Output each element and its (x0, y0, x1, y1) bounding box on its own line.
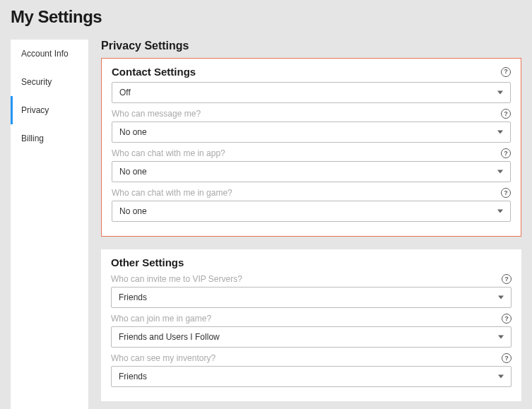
main-content: Privacy Settings Contact Settings Off Wh… (101, 40, 521, 409)
sidebar-item-billing[interactable]: Billing (11, 124, 88, 153)
main-title: Privacy Settings (101, 40, 521, 52)
dropdown-who-message[interactable]: No one (112, 121, 511, 143)
help-icon[interactable] (501, 148, 511, 158)
help-icon[interactable] (502, 274, 512, 284)
setting-label: Who can invite me to VIP Servers? (111, 274, 242, 284)
dropdown-who-chat-game[interactable]: No one (112, 201, 511, 222)
dropdown-contact-mode[interactable]: Off (112, 82, 511, 103)
help-icon[interactable] (501, 188, 511, 198)
panel-title: Other Settings (111, 256, 512, 268)
help-icon[interactable] (502, 314, 512, 324)
help-icon[interactable] (501, 109, 511, 119)
panel-title: Contact Settings (112, 66, 196, 78)
sidebar-item-security[interactable]: Security (11, 68, 88, 96)
dropdown-vip-servers[interactable]: Friends (111, 287, 512, 308)
dropdown-inventory[interactable]: Friends (111, 366, 512, 387)
help-icon[interactable] (502, 353, 512, 363)
setting-label: Who can join me in game? (111, 314, 211, 324)
dropdown-join-game[interactable]: Friends and Users I Follow (111, 326, 512, 348)
sidebar-item-account-info[interactable]: Account Info (11, 40, 88, 68)
panel-other-settings: Other Settings Who can invite me to VIP … (101, 249, 521, 401)
help-icon[interactable] (501, 67, 511, 77)
panel-contact-settings: Contact Settings Off Who can message me?… (101, 58, 521, 237)
page-title: My Settings (11, 7, 521, 27)
sidebar-item-privacy[interactable]: Privacy (11, 96, 88, 124)
sidebar: Account Info Security Privacy Billing (11, 40, 88, 409)
setting-label: Who can see my inventory? (111, 353, 215, 363)
setting-label: Who can chat with me in game? (112, 188, 232, 198)
setting-label: Who can chat with me in app? (112, 148, 225, 158)
dropdown-who-chat-app[interactable]: No one (112, 161, 511, 182)
setting-label: Who can message me? (112, 109, 201, 119)
